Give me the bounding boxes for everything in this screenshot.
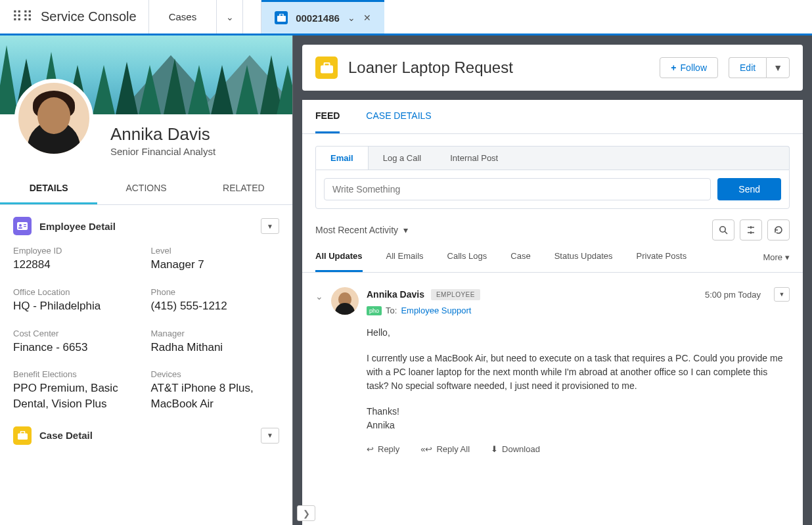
tab-case-00021486[interactable]: 00021486 ⌄ ✕ xyxy=(261,0,384,34)
activity-filter[interactable]: Most Recent Activity ▾ xyxy=(315,225,408,235)
search-icon xyxy=(719,225,728,235)
post-body: Hello, I currently use a MacBook Air, bu… xyxy=(367,326,790,432)
chevron-down-icon: ⌄ xyxy=(226,12,234,22)
composer-input[interactable] xyxy=(324,178,711,200)
utility-bar-toggle[interactable]: ❯ xyxy=(297,505,315,521)
tab-related[interactable]: RELATED xyxy=(195,173,292,204)
send-button[interactable]: Send xyxy=(717,178,781,200)
person-title: Senior Financial Analyst xyxy=(110,146,215,157)
app-title: Service Console xyxy=(41,9,137,24)
filter-all-emails[interactable]: All Emails xyxy=(386,251,424,272)
filter-private-posts[interactable]: Private Posts xyxy=(637,251,687,272)
nav-cases-dropdown[interactable]: ⌄ xyxy=(217,0,243,34)
reply-button[interactable]: ↩ Reply xyxy=(367,444,399,454)
field-manager: Manager Radha Mithani xyxy=(151,329,280,355)
field-level: Level Manager 7 xyxy=(151,246,280,273)
tab-spacer xyxy=(243,0,261,34)
waffle-icon: ⠿⠿ xyxy=(12,9,33,26)
refresh-icon xyxy=(774,225,783,235)
composer-tab-email[interactable]: Email xyxy=(316,147,369,170)
feed-settings-button[interactable] xyxy=(740,219,762,240)
employee-detail-title: Employee Detail xyxy=(39,221,253,232)
field-phone: Phone (415) 555-1212 xyxy=(151,287,280,314)
edit-dropdown[interactable]: ▼ xyxy=(766,57,790,78)
svg-rect-10 xyxy=(324,62,329,66)
download-icon: ⬇ xyxy=(491,444,498,454)
filter-more[interactable]: More▾ xyxy=(763,251,790,272)
tab-close[interactable]: ✕ xyxy=(363,12,371,23)
post-author: Annika Davis xyxy=(367,289,424,300)
follow-button[interactable]: + Follow xyxy=(660,57,718,78)
case-detail-menu[interactable]: ▼ xyxy=(261,428,279,444)
tab-details[interactable]: DETAILS xyxy=(0,173,97,204)
filter-status-updates[interactable]: Status Updates xyxy=(554,251,613,272)
post-collapse-toggle[interactable]: ⌄ xyxy=(315,291,323,454)
svg-rect-6 xyxy=(24,226,26,227)
edit-button[interactable]: Edit xyxy=(729,57,766,78)
svg-rect-4 xyxy=(18,227,22,229)
avatar xyxy=(331,287,359,315)
sliders-icon xyxy=(746,225,756,235)
reply-all-icon: «↩ xyxy=(420,444,432,454)
post-menu[interactable]: ▼ xyxy=(774,287,790,302)
reply-all-button[interactable]: «↩ Reply All xyxy=(420,444,470,454)
case-detail-title: Case Detail xyxy=(39,430,253,441)
to-recipient-link[interactable]: Employee Support xyxy=(401,306,471,315)
employee-detail-menu[interactable]: ▼ xyxy=(261,218,279,234)
id-card-icon xyxy=(13,217,32,235)
svg-rect-1 xyxy=(280,14,283,16)
field-cost-center: Cost Center Finance - 6653 xyxy=(13,329,142,355)
svg-point-3 xyxy=(19,224,22,227)
field-benefits: Benefit Elections PPO Premium, Basic Den… xyxy=(13,369,142,412)
plus-icon: + xyxy=(671,62,676,73)
avatar xyxy=(14,79,93,158)
reply-icon: ↩ xyxy=(367,444,374,454)
svg-rect-8 xyxy=(20,432,24,434)
briefcase-icon xyxy=(275,11,288,24)
filter-case[interactable]: Case xyxy=(510,251,530,272)
tab-case-details[interactable]: CASE DETAILS xyxy=(366,100,431,133)
tab-actions[interactable]: ACTIONS xyxy=(97,173,194,204)
briefcase-icon xyxy=(315,57,338,79)
nav-cases[interactable]: Cases xyxy=(149,0,217,34)
field-office: Office Location HQ - Philadelphia xyxy=(13,287,142,314)
tab-feed[interactable]: FEED xyxy=(315,100,340,133)
nav-cases-label: Cases xyxy=(169,11,197,22)
filter-calls-logs[interactable]: Calls Logs xyxy=(447,251,487,272)
feed-refresh-button[interactable] xyxy=(767,219,790,240)
field-devices: Devices AT&T iPhone 8 Plus, MacBook Air xyxy=(151,369,280,412)
tab-dropdown[interactable]: ⌄ xyxy=(348,12,355,23)
app-launcher[interactable]: ⠿⠿ Service Console xyxy=(0,0,149,34)
download-button[interactable]: ⬇ Download xyxy=(491,444,540,454)
case-title: Loaner Laptop Request xyxy=(348,58,649,77)
field-employee-id: Employee ID 122884 xyxy=(13,246,142,273)
employee-badge: EMPLOYEE xyxy=(431,289,480,300)
briefcase-icon xyxy=(13,426,32,445)
person-name: Annika Davis xyxy=(110,124,215,145)
post-timestamp: 5:00 pm Today xyxy=(705,290,761,300)
svg-line-12 xyxy=(725,231,727,234)
feed-search-button[interactable] xyxy=(712,219,734,240)
svg-point-11 xyxy=(720,227,725,232)
composer-tab-internal[interactable]: Internal Post xyxy=(436,147,512,170)
pho-badge: pho xyxy=(367,306,382,315)
to-label: To: xyxy=(386,306,397,315)
filter-all-updates[interactable]: All Updates xyxy=(315,251,363,272)
svg-rect-5 xyxy=(24,224,26,225)
chevron-down-icon: ▾ xyxy=(785,252,790,262)
tab-case-number: 00021486 xyxy=(296,12,340,24)
composer-tab-log-call[interactable]: Log a Call xyxy=(369,147,436,170)
